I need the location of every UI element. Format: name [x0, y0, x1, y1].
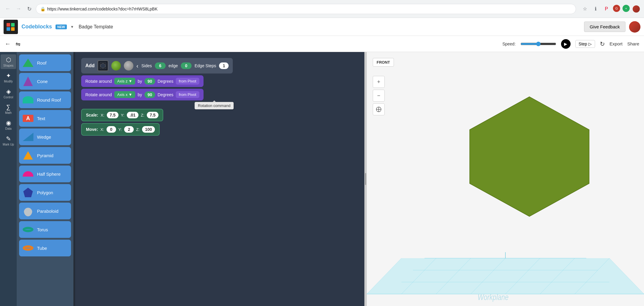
svg-marker-5 [470, 97, 589, 216]
info-button[interactable]: ℹ [591, 5, 600, 13]
zoom-out-button[interactable]: − [373, 90, 385, 102]
scale-y-value[interactable]: .01 [127, 112, 138, 118]
nav-data[interactable]: ◉ Data [1, 117, 16, 132]
redo-button[interactable]: ⇋ [16, 40, 21, 48]
ext2-button[interactable]: + [623, 5, 630, 12]
paraboloid-icon [22, 205, 34, 217]
rotate2-axis-button[interactable]: Axis x ▼ [114, 91, 135, 98]
nav-modify-label: Modify [4, 80, 13, 83]
codeblocks-label: Codeblocks [21, 24, 52, 30]
user-menu-button[interactable] [632, 5, 640, 13]
wedge-icon [22, 131, 34, 143]
rotate1-axis-button[interactable]: Axis z ▼ [114, 78, 135, 85]
edge-steps-label: Edge Steps [195, 63, 216, 68]
shape-torus[interactable]: Torus [19, 221, 71, 238]
sides-label: Sides [141, 63, 152, 68]
sides-value[interactable]: 6 [155, 62, 166, 69]
nav-modify[interactable]: ✦ Modify [1, 70, 16, 85]
scale-x-label: X: [101, 113, 104, 117]
back-button[interactable]: ← [4, 5, 12, 13]
star-button[interactable]: ☆ [581, 5, 589, 13]
step-next-icon: ▷ [588, 42, 592, 46]
export-button[interactable]: Export [610, 41, 623, 46]
shape-paraboloid[interactable]: Paraboloid [19, 203, 71, 219]
shape-sphere-preview[interactable] [111, 61, 121, 71]
app-dropdown[interactable]: ▼ [70, 25, 74, 29]
add-shape-box[interactable] [98, 60, 108, 71]
play-button[interactable]: ▶ [561, 39, 571, 49]
shape-wedge[interactable]: Wedge [19, 128, 71, 145]
scale-x-value[interactable]: 7.5 [107, 112, 118, 118]
user-avatar[interactable] [629, 21, 640, 33]
text-label: Text [37, 116, 45, 121]
rotate2-label: Rotate around [85, 92, 112, 97]
rotate2-axis-dropdown: ▼ [128, 92, 132, 97]
math-icon: ∑ [6, 104, 10, 111]
pinterest-button[interactable]: P [602, 5, 611, 13]
orient-button[interactable] [373, 103, 385, 115]
share-button[interactable]: Share [627, 41, 639, 46]
rotate-x-block-wrapper: Rotate around Axis x ▼ by 90 Degrees fro… [81, 89, 204, 100]
zoom-in-button[interactable]: + [373, 76, 385, 88]
shape-tube[interactable]: Tube [19, 240, 71, 256]
rotation-tooltip: Rotation command [195, 102, 234, 109]
reset-button[interactable]: ↻ [600, 40, 605, 48]
main-layout: ⬡ Shapes ✦ Modify ◈ Control ∑ Math ◉ Dat… [0, 52, 644, 306]
scale-z-value[interactable]: 7.5 [147, 112, 158, 118]
move-y-value[interactable]: 2 [124, 126, 134, 133]
markup-icon: ✎ [6, 135, 11, 142]
nav-control-label: Control [4, 96, 13, 99]
torus-label: Torus [37, 227, 48, 232]
rotate1-by-label: by [138, 79, 142, 84]
orient-icon [376, 106, 382, 112]
project-name: Badge Template [79, 24, 113, 30]
nav-control[interactable]: ◈ Control [1, 86, 16, 101]
shape-halfsphere[interactable]: Half Sphere [19, 166, 71, 182]
viewport-controls: + − [373, 76, 385, 115]
shape-text[interactable]: A Text [19, 110, 71, 127]
speed-label: Speed: [502, 42, 515, 46]
roof-label: Roof [37, 60, 47, 65]
nav-math-label: Math [5, 111, 12, 114]
front-view-button[interactable]: FRONT [373, 58, 394, 67]
move-z-value[interactable]: 100 [142, 126, 155, 133]
hexagon-container [458, 91, 601, 224]
ext1-button[interactable]: G [613, 5, 620, 12]
viewport-divider[interactable] [364, 52, 367, 306]
shape-pyramid[interactable]: Pyramid [19, 147, 71, 164]
refresh-button[interactable]: ↻ [25, 5, 33, 13]
rotate1-value[interactable]: 90 [144, 78, 155, 85]
forward-button[interactable]: → [14, 5, 23, 13]
prev-shape-button[interactable]: ‹ [136, 62, 138, 69]
wedge-label: Wedge [37, 134, 51, 140]
text-shape-icon: A [22, 112, 34, 124]
left-nav: ⬡ Shapes ✦ Modify ◈ Control ∑ Math ◉ Dat… [0, 52, 17, 306]
undo-button[interactable]: ← [5, 40, 11, 47]
shape-roundroof[interactable]: Round Roof [19, 91, 71, 108]
step-button[interactable]: Step ▷ [575, 40, 595, 48]
codeblocks-area: Add ‹ Sides 6 edge 0 Edge Steps 1 Rotate… [75, 52, 364, 306]
url-bar[interactable]: 🔒 https://www.tinkercad.com/codeblocks?d… [36, 4, 576, 14]
shape-polygon[interactable]: Polygon [19, 184, 71, 201]
nav-markup-label: Mark Up [3, 143, 14, 146]
speed-slider[interactable] [520, 42, 556, 46]
shape-gray-preview[interactable] [124, 61, 133, 71]
cone-label: Cone [37, 79, 48, 84]
edge-steps-value[interactable]: 1 [219, 62, 229, 69]
workplane-svg: Workplane [367, 240, 644, 306]
edge-label: edge [169, 63, 178, 68]
edge-value[interactable]: 0 [181, 62, 192, 69]
nav-markup[interactable]: ✎ Mark Up [1, 133, 16, 148]
cone-icon [22, 75, 34, 87]
nav-math[interactable]: ∑ Math [1, 102, 16, 116]
shape-cone[interactable]: Cone [19, 73, 71, 90]
hexagon-shape [458, 91, 601, 222]
pyramid-label: Pyramid [37, 153, 53, 158]
nav-shapes[interactable]: ⬡ Shapes [1, 54, 16, 69]
feedback-button[interactable]: Give Feedback [584, 22, 625, 32]
app-header: Codeblocks NEW ▼ Badge Template Give Fee… [0, 18, 644, 36]
shape-roof[interactable]: Roof [19, 54, 71, 71]
move-x-value[interactable]: 0 [107, 126, 116, 133]
browser-bar: ← → ↻ 🔒 https://www.tinkercad.com/codebl… [0, 0, 644, 18]
rotate2-value[interactable]: 90 [144, 91, 155, 98]
